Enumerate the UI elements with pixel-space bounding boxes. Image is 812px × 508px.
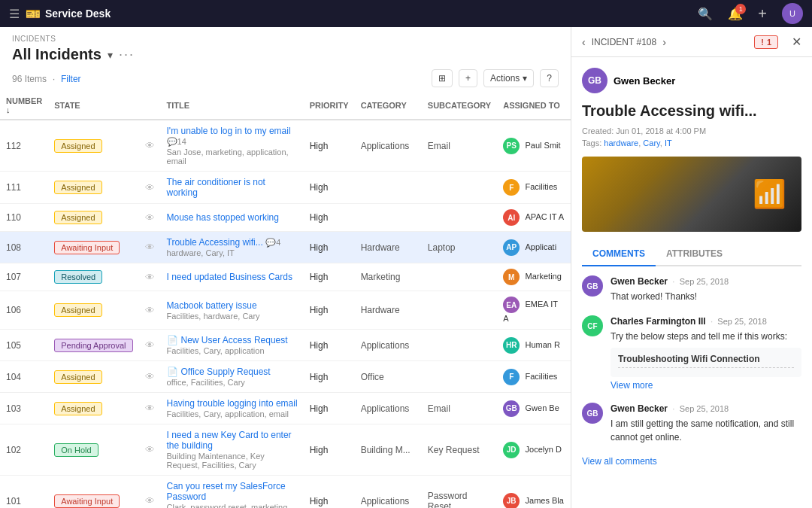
view-all-comments-link[interactable]: View all comments <box>582 456 801 467</box>
cell-title: I need a new Key Card to enter the build… <box>161 424 304 476</box>
cell-subcategory <box>422 172 497 204</box>
cell-eye[interactable]: 👁 <box>139 263 161 291</box>
incident-title-link[interactable]: I need updated Business Cards <box>167 272 292 282</box>
cell-number: 111 <box>0 172 48 204</box>
user-avatar[interactable]: U <box>782 3 803 24</box>
tab-comments[interactable]: COMMENTS <box>582 242 656 266</box>
grid-icon: ⊞ <box>438 73 446 84</box>
status-badge: Awaiting Input <box>54 241 120 254</box>
cell-eye[interactable]: 👁 <box>139 424 161 476</box>
actions-button[interactable]: Actions ▾ <box>483 69 534 87</box>
eye-icon[interactable]: 👁 <box>145 305 155 316</box>
eye-icon[interactable]: 👁 <box>145 182 155 193</box>
incident-title-link[interactable]: Can you reset my SalesForce Password <box>167 481 286 502</box>
sort-icon: ↓ <box>6 105 11 114</box>
search-icon[interactable]: 🔍 <box>698 8 713 20</box>
cell-category: Applications <box>355 120 422 172</box>
table-row[interactable]: 112 Assigned 👁 I'm unable to log in to m… <box>0 120 571 172</box>
add-icon[interactable]: + <box>758 5 767 23</box>
tab-attributes[interactable]: ATTRIBUTES <box>656 242 733 266</box>
cell-priority: High <box>304 291 355 330</box>
cell-eye[interactable]: 👁 <box>139 291 161 330</box>
cell-eye[interactable]: 👁 <box>139 204 161 232</box>
incidents-table: NUMBER ↓ STATE TITLE PRIORITY CATEGORY S… <box>0 92 571 508</box>
table-row[interactable]: 107 Resolved 👁 I need updated Business C… <box>0 263 571 291</box>
eye-icon[interactable]: 👁 <box>145 212 155 224</box>
cell-title: I'm unable to log in to my email 💬14 San… <box>161 120 304 172</box>
cell-priority: High <box>304 424 355 476</box>
table-row[interactable]: 105 Pending Approval 👁 📄New User Access … <box>0 330 571 361</box>
menu-icon[interactable]: ☰ <box>9 7 20 21</box>
cell-subcategory <box>422 204 497 232</box>
cell-title: Mouse has stopped working <box>161 204 304 232</box>
eye-icon[interactable]: 👁 <box>145 242 155 253</box>
cell-state: Awaiting Input <box>48 232 138 263</box>
comment-date: Sep 25, 2018 <box>680 277 729 286</box>
table-row[interactable]: 103 Assigned 👁 Having trouble logging in… <box>0 393 571 424</box>
cell-eye[interactable]: 👁 <box>139 330 161 361</box>
cell-eye[interactable]: 👁 <box>139 361 161 393</box>
col-subcategory-header: SUBCATEGORY <box>422 92 497 120</box>
add-button[interactable]: + <box>459 69 477 87</box>
detail-tags: Tags: hardware, Cary, IT <box>582 138 801 148</box>
incident-title-link[interactable]: I need a new Key Card to enter the build… <box>167 430 292 451</box>
cell-eye[interactable]: 👁 <box>139 393 161 424</box>
next-incident-button[interactable]: › <box>662 36 666 48</box>
cell-eye[interactable]: 👁 <box>139 476 161 509</box>
col-priority-header: PRIORITY <box>304 92 355 120</box>
col-state-header: STATE <box>48 92 138 120</box>
cell-eye[interactable]: 👁 <box>139 172 161 204</box>
grid-view-button[interactable]: ⊞ <box>432 69 453 87</box>
close-detail-button[interactable]: ✕ <box>792 35 801 49</box>
more-options-icon[interactable]: ··· <box>119 47 135 62</box>
table-row[interactable]: 108 Awaiting Input 👁 Trouble Accessing w… <box>0 232 571 263</box>
incident-title-link[interactable]: The air conditioner is not working <box>167 177 265 198</box>
comment-header: Gwen Becker · Sep 25, 2018 <box>611 403 801 414</box>
incident-title-link[interactable]: Mouse has stopped working <box>167 212 279 223</box>
eye-icon[interactable]: 👁 <box>145 403 155 414</box>
eye-icon[interactable]: 👁 <box>145 272 155 283</box>
incident-number: INCIDENT #108 <box>592 37 656 47</box>
status-badge: Assigned <box>54 303 102 317</box>
cell-eye[interactable]: 👁 <box>139 120 161 172</box>
status-badge: Assigned <box>54 181 102 194</box>
eye-icon[interactable]: 👁 <box>145 371 155 382</box>
filter-link[interactable]: Filter <box>61 74 81 84</box>
eye-icon[interactable]: 👁 <box>145 444 155 455</box>
prev-incident-button[interactable]: ‹ <box>582 36 586 48</box>
help-button[interactable]: ? <box>540 69 559 87</box>
title-dropdown-icon[interactable]: ▾ <box>108 49 113 61</box>
right-panel: ‹ INCIDENT #108 › ! 1 ✕ GB Gwen Becker T… <box>571 27 812 508</box>
eye-icon[interactable]: 👁 <box>145 495 155 506</box>
status-badge: Assigned <box>54 370 102 384</box>
incident-title-link[interactable]: New User Access Request <box>181 335 288 345</box>
cell-number: 104 <box>0 361 48 393</box>
table-row[interactable]: 102 On Hold 👁 I need a new Key Card to e… <box>0 424 571 476</box>
eye-icon[interactable]: 👁 <box>145 339 155 351</box>
eye-icon[interactable]: 👁 <box>145 140 155 151</box>
cell-assigned: JB James Bla <box>497 476 571 509</box>
cell-state: Assigned <box>48 204 138 232</box>
incident-subtitle: Facilities, Cary, application <box>167 346 298 355</box>
tag-hardware[interactable]: hardware <box>604 138 638 148</box>
cell-subcategory <box>422 330 497 361</box>
incident-title-link[interactable]: Having trouble logging into email <box>167 398 298 409</box>
assigned-avatar: JD <box>503 442 520 458</box>
tag-it[interactable]: IT <box>665 138 672 148</box>
cell-state: Assigned <box>48 393 138 424</box>
detail-image: 📶 <box>582 157 801 232</box>
logo-icon: 🎫 <box>26 7 41 21</box>
table-row[interactable]: 111 Assigned 👁 The air conditioner is no… <box>0 172 571 204</box>
incident-title-link[interactable]: Trouble Accessing wifi... <box>167 237 263 248</box>
table-row[interactable]: 110 Assigned 👁 Mouse has stopped working… <box>0 204 571 232</box>
table-row[interactable]: 106 Assigned 👁 Macbook battery issue Fac… <box>0 291 571 330</box>
table-row[interactable]: 104 Assigned 👁 📄Office Supply Request of… <box>0 361 571 393</box>
view-more-link[interactable]: View more <box>611 380 801 391</box>
incident-title-link[interactable]: I'm unable to log in to my email <box>167 126 291 136</box>
tag-cary[interactable]: Cary <box>643 138 659 148</box>
incident-title-link[interactable]: Macbook battery issue <box>167 300 257 311</box>
cell-eye[interactable]: 👁 <box>139 232 161 263</box>
incident-title-link[interactable]: Office Supply Request <box>181 367 271 377</box>
cell-priority: High <box>304 330 355 361</box>
table-row[interactable]: 101 Awaiting Input 👁 Can you reset my Sa… <box>0 476 571 509</box>
